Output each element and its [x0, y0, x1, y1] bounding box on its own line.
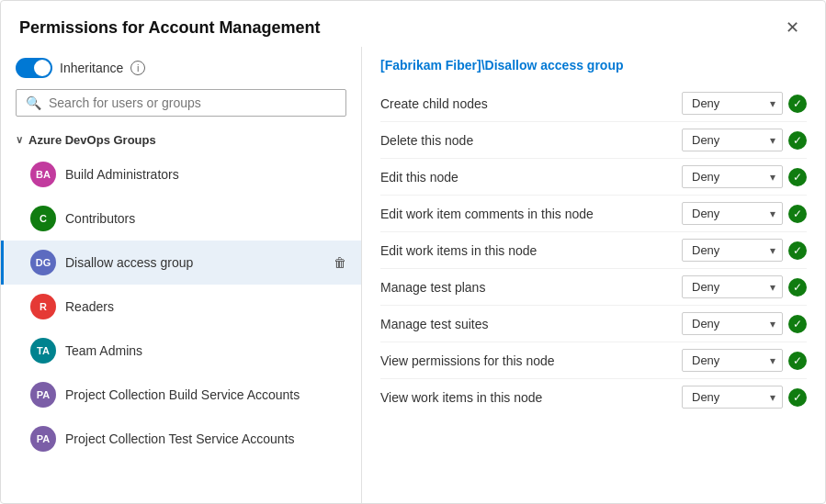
dialog-header: Permissions for Account Management ✕	[1, 1, 825, 47]
permission-control: AllowDenyNot set✓	[682, 129, 807, 151]
group-item[interactable]: CContributors	[1, 196, 361, 241]
inheritance-label: Inheritance	[60, 61, 123, 75]
permission-control: AllowDenyNot set✓	[682, 92, 807, 115]
avatar: DG	[30, 250, 56, 275]
permission-row: Create child nodesAllowDenyNot set✓	[380, 85, 807, 122]
permission-row: Delete this nodeAllowDenyNot set✓	[380, 122, 807, 159]
check-icon: ✓	[788, 241, 807, 260]
check-icon: ✓	[788, 168, 807, 186]
avatar: BA	[30, 162, 56, 187]
group-name: Disallow access group	[65, 255, 324, 270]
group-name: Project Collection Test Service Accounts	[65, 431, 346, 446]
check-icon: ✓	[788, 278, 807, 297]
dialog-body: Inheritance i 🔍 ∨ Azure DevOps Groups BA…	[1, 47, 825, 503]
avatar: PA	[30, 426, 56, 452]
group-name: Build Administrators	[65, 167, 346, 182]
select-wrapper: AllowDenyNot set	[682, 312, 783, 335]
permission-control: AllowDenyNot set✓	[682, 312, 807, 335]
avatar: TA	[30, 338, 56, 364]
permission-row: Manage test plansAllowDenyNot set✓	[380, 269, 807, 306]
group-name: Team Admins	[65, 343, 346, 358]
permission-label: Manage test suites	[380, 317, 682, 331]
group-item[interactable]: TATeam Admins	[1, 329, 361, 373]
permission-label: Manage test plans	[380, 280, 682, 295]
permission-control: AllowDenyNot set✓	[682, 386, 807, 409]
group-item[interactable]: PAProject Collection Test Service Accoun…	[1, 417, 361, 461]
group-item[interactable]: RReaders	[1, 285, 361, 329]
dialog-title: Permissions for Account Management	[19, 18, 320, 38]
group-name: Readers	[65, 299, 346, 314]
group-item[interactable]: PAProject Collection Build Service Accou…	[1, 373, 361, 417]
check-icon: ✓	[788, 131, 807, 150]
permission-row: Edit work items in this nodeAllowDenyNot…	[380, 232, 807, 269]
select-wrapper: AllowDenyNot set	[682, 202, 783, 225]
permission-select[interactable]: AllowDenyNot set	[682, 129, 783, 151]
permission-control: AllowDenyNot set✓	[682, 239, 807, 262]
permission-row: Edit work item comments in this nodeAllo…	[380, 196, 807, 232]
search-input[interactable]	[49, 95, 336, 110]
permission-label: View work items in this node	[380, 390, 682, 405]
delete-icon[interactable]: 🗑	[334, 255, 346, 270]
permission-select[interactable]: AllowDenyNot set	[682, 349, 783, 372]
permission-label: View permissions for this node	[380, 353, 682, 368]
permission-label: Edit work items in this node	[380, 243, 682, 258]
check-icon: ✓	[788, 205, 807, 223]
select-wrapper: AllowDenyNot set	[682, 386, 783, 409]
permission-label: Delete this node	[380, 133, 682, 148]
check-icon: ✓	[788, 388, 807, 407]
permission-control: AllowDenyNot set✓	[682, 202, 807, 225]
close-button[interactable]: ✕	[778, 16, 807, 39]
permission-control: AllowDenyNot set✓	[682, 165, 807, 188]
permission-row: View work items in this nodeAllowDenyNot…	[380, 379, 807, 415]
permission-select[interactable]: AllowDenyNot set	[682, 165, 783, 188]
permission-row: View permissions for this nodeAllowDenyN…	[380, 342, 807, 379]
permission-select[interactable]: AllowDenyNot set	[682, 239, 783, 262]
inheritance-toggle[interactable]	[16, 58, 52, 78]
permission-label: Edit work item comments in this node	[380, 207, 682, 221]
group-item[interactable]: BABuild Administrators	[1, 152, 361, 196]
select-wrapper: AllowDenyNot set	[682, 275, 783, 298]
avatar: PA	[30, 382, 56, 408]
info-icon[interactable]: i	[130, 61, 145, 75]
permission-select[interactable]: AllowDenyNot set	[682, 202, 783, 225]
group-name: Project Collection Build Service Account…	[65, 387, 346, 402]
permission-select[interactable]: AllowDenyNot set	[682, 92, 783, 115]
permission-label: Edit this node	[380, 170, 682, 185]
toggle-knob	[34, 60, 51, 76]
chevron-icon: ∨	[16, 134, 23, 146]
select-wrapper: AllowDenyNot set	[682, 165, 783, 188]
permission-select[interactable]: AllowDenyNot set	[682, 386, 783, 409]
section-label: Azure DevOps Groups	[28, 133, 156, 147]
group-name: Contributors	[65, 211, 346, 226]
groups-section-header[interactable]: ∨ Azure DevOps Groups	[1, 128, 361, 152]
groups-list: BABuild AdministratorsCContributorsDGDis…	[1, 152, 361, 461]
inheritance-row: Inheritance i	[1, 58, 361, 89]
permissions-list: Create child nodesAllowDenyNot set✓Delet…	[380, 85, 807, 415]
left-panel: Inheritance i 🔍 ∨ Azure DevOps Groups BA…	[1, 47, 362, 503]
select-wrapper: AllowDenyNot set	[682, 239, 783, 262]
permission-row: Manage test suitesAllowDenyNot set✓	[380, 306, 807, 342]
select-wrapper: AllowDenyNot set	[682, 349, 783, 372]
selected-group-title: [Fabrikam Fiber]\Disallow access group	[380, 58, 807, 73]
search-box: 🔍	[16, 89, 346, 117]
dialog: Permissions for Account Management ✕ Inh…	[0, 0, 826, 504]
check-icon: ✓	[788, 352, 807, 370]
permission-select[interactable]: AllowDenyNot set	[682, 312, 783, 335]
select-wrapper: AllowDenyNot set	[682, 129, 783, 151]
avatar: R	[30, 294, 56, 319]
right-panel: [Fabrikam Fiber]\Disallow access group C…	[362, 47, 825, 503]
permission-control: AllowDenyNot set✓	[682, 275, 807, 298]
groups-section: ∨ Azure DevOps Groups BABuild Administra…	[1, 128, 361, 503]
permission-select[interactable]: AllowDenyNot set	[682, 275, 783, 298]
select-wrapper: AllowDenyNot set	[682, 92, 783, 115]
check-icon: ✓	[788, 315, 807, 333]
check-icon: ✓	[788, 95, 807, 113]
permission-label: Create child nodes	[380, 96, 682, 111]
avatar: C	[30, 206, 56, 231]
permission-control: AllowDenyNot set✓	[682, 349, 807, 372]
search-icon: 🔍	[26, 95, 41, 110]
permission-row: Edit this nodeAllowDenyNot set✓	[380, 159, 807, 196]
group-item[interactable]: DGDisallow access group🗑	[1, 241, 361, 285]
